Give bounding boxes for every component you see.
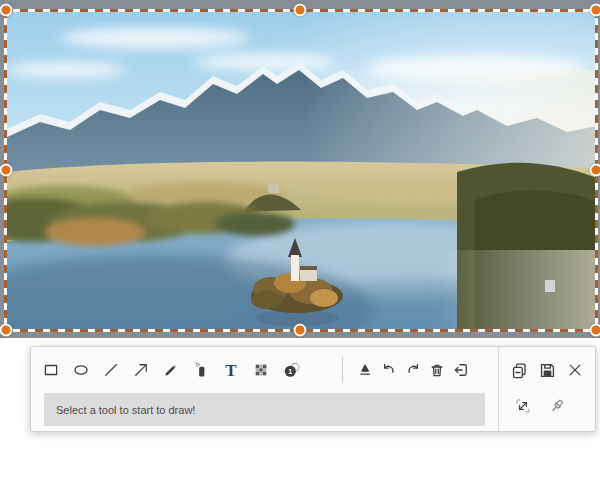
marker-tool-button[interactable] xyxy=(186,355,216,385)
output-row-2 xyxy=(505,388,589,424)
save-icon xyxy=(538,361,557,380)
undo-icon xyxy=(380,361,398,379)
line-tool-button[interactable] xyxy=(96,355,126,385)
ellipse-tool-button[interactable] xyxy=(66,355,96,385)
save-button[interactable] xyxy=(535,356,559,384)
redo-button[interactable] xyxy=(401,356,425,384)
exit-icon xyxy=(452,361,470,379)
selection-handle-mid-left[interactable] xyxy=(0,164,13,177)
marker-icon xyxy=(192,361,210,379)
pencil-icon xyxy=(162,361,180,379)
selection-handle-top-left[interactable] xyxy=(0,4,13,17)
mosaic-tool-button[interactable] xyxy=(246,355,276,385)
counter-step-tool-button[interactable]: 1 xyxy=(276,355,306,385)
lake-mountain-photo xyxy=(5,10,597,330)
toolbar-output-section xyxy=(498,347,595,431)
selection-handle-top-center[interactable] xyxy=(294,4,307,17)
eraser-button[interactable] xyxy=(353,356,377,384)
text-icon: T xyxy=(225,362,236,379)
status-message-text: Select a tool to start to draw! xyxy=(56,404,195,416)
pin-button[interactable] xyxy=(545,392,569,420)
selection-handle-mid-right[interactable] xyxy=(590,164,600,177)
undo-button[interactable] xyxy=(377,356,401,384)
exit-button[interactable] xyxy=(449,356,473,384)
trash-icon xyxy=(428,361,446,379)
expand-button[interactable] xyxy=(511,392,535,420)
copy-button[interactable] xyxy=(507,356,531,384)
rectangle-tool-button[interactable] xyxy=(36,355,66,385)
status-message-bar: Select a tool to start to draw! xyxy=(44,393,485,426)
rectangle-icon xyxy=(42,361,60,379)
ellipse-icon xyxy=(72,361,90,379)
copy-icon xyxy=(510,361,529,380)
captured-screenshot-image[interactable] xyxy=(5,10,597,330)
pencil-tool-button[interactable] xyxy=(156,355,186,385)
tools-row: T 1 xyxy=(31,347,498,393)
annotation-toolbar-panel: T 1 xyxy=(30,346,596,432)
line-icon xyxy=(102,361,120,379)
close-icon xyxy=(566,361,584,379)
eraser-icon xyxy=(356,361,374,379)
expand-icon xyxy=(514,397,532,415)
counter-step-icon: 1 xyxy=(282,361,301,380)
arrow-tool-button[interactable] xyxy=(126,355,156,385)
redo-icon xyxy=(404,361,422,379)
output-row-1 xyxy=(505,352,589,388)
trash-button[interactable] xyxy=(425,356,449,384)
arrow-icon xyxy=(132,361,150,379)
selection-handle-bottom-right[interactable] xyxy=(590,324,600,337)
selection-handle-bottom-left[interactable] xyxy=(0,324,13,337)
selection-handle-bottom-center[interactable] xyxy=(294,324,307,337)
toolbar-main-section: T 1 xyxy=(31,347,498,431)
text-tool-button[interactable]: T xyxy=(216,355,246,385)
toolbar-divider xyxy=(342,357,343,383)
svg-text:1: 1 xyxy=(288,367,292,375)
selection-handle-top-right[interactable] xyxy=(590,4,600,17)
mosaic-icon xyxy=(253,362,269,378)
close-button[interactable] xyxy=(563,356,587,384)
pin-icon xyxy=(548,397,566,415)
